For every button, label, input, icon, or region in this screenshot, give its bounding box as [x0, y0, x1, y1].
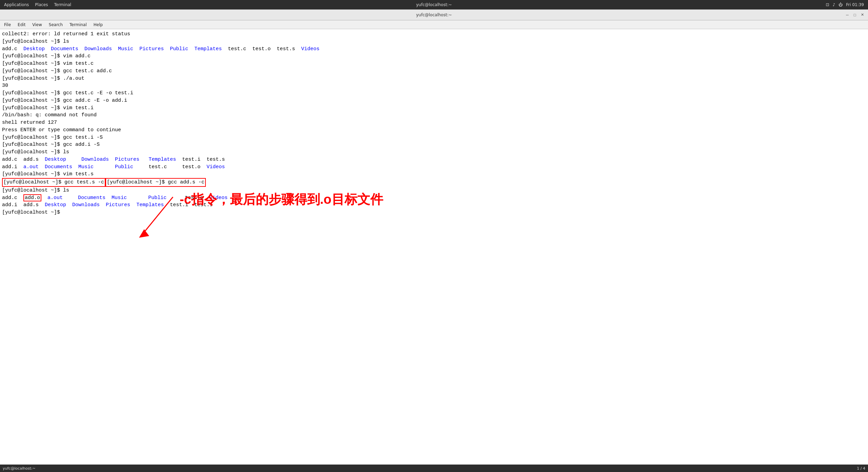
svg-marker-1: [139, 229, 149, 238]
statusbar-page: 1 / 4: [857, 466, 865, 471]
menu-search[interactable]: Search: [46, 22, 65, 28]
terminal-line: [yufc@localhost ~]$ vim add.c: [2, 53, 866, 60]
sound-icon: ♪: [833, 2, 835, 7]
places-menu[interactable]: Places: [35, 2, 48, 7]
menu-edit[interactable]: Edit: [15, 22, 28, 28]
terminal-line: add.c add.o a.out Documents Music Public…: [2, 194, 866, 202]
apps-menu[interactable]: Applications: [4, 2, 29, 7]
terminal-line: add.c add.s Desktop Downloads Pictures T…: [2, 156, 866, 163]
terminal-line: [yufc@localhost ~]$ gcc test.i -S: [2, 134, 866, 141]
terminal-line: shell returned 127: [2, 119, 866, 126]
terminal-line: Press ENTER or type command to continue: [2, 126, 866, 134]
terminal-line: [yufc@localhost ~]$ ls: [2, 187, 866, 194]
terminal-menubar: File Edit View Search Terminal Help: [0, 20, 868, 29]
network-icon: ⊡: [826, 2, 829, 7]
terminal-menu-top[interactable]: Terminal: [54, 2, 71, 7]
terminal-line: [yufc@localhost ~]$ gcc add.c -E -o add.…: [2, 97, 866, 104]
terminal-line: [yufc@localhost ~]$ gcc add.i -S: [2, 141, 866, 149]
terminal-line: [yufc@localhost ~]$: [2, 209, 866, 216]
terminal-line: [yufc@localhost ~]$ gcc test.c add.c: [2, 67, 866, 75]
window-title-top: yufc@localhost:~: [416, 2, 452, 7]
menu-file[interactable]: File: [1, 22, 14, 28]
system-bar-apps[interactable]: Applications Places Terminal: [4, 2, 71, 7]
terminal-line: add.i a.out Documents Music Public test.…: [2, 163, 866, 171]
system-bar: Applications Places Terminal yufc@localh…: [0, 0, 868, 9]
menu-help[interactable]: Help: [91, 22, 105, 28]
power-icon: ⏻: [839, 2, 843, 7]
terminal-content[interactable]: collect2: error: ld returned 1 exit stat…: [0, 29, 868, 465]
terminal-line: collect2: error: ld returned 1 exit stat…: [2, 31, 866, 38]
terminal-line: [yufc@localhost ~]$ vim test.i: [2, 104, 866, 112]
terminal-line: add.c Desktop Documents Downloads Music …: [2, 45, 866, 53]
terminal-line: [yufc@localhost ~]$ gcc add.s -c: [105, 178, 206, 187]
statusbar-label: yufc@localhost:~: [3, 466, 36, 471]
terminal-window: yufc@localhost:~ ─ □ ✕ File Edit View Se…: [0, 9, 868, 472]
time-display: Fri 01:39: [846, 2, 864, 7]
terminal-line: /bin/bash: q: command not found: [2, 112, 866, 119]
maximize-button[interactable]: □: [852, 12, 858, 18]
close-button[interactable]: ✕: [859, 12, 865, 18]
minimize-button[interactable]: ─: [844, 12, 850, 18]
menu-view[interactable]: View: [29, 22, 44, 28]
menu-terminal[interactable]: Terminal: [67, 22, 90, 28]
terminal-line: [yufc@localhost ~]$ ./a.out: [2, 75, 866, 82]
terminal-line: 30: [2, 82, 866, 90]
terminal-line: [yufc@localhost ~]$ vim test.s: [2, 171, 866, 178]
terminal-line: [yufc@localhost ~]$ ls: [2, 149, 866, 156]
terminal-titlebar: yufc@localhost:~ ─ □ ✕: [0, 9, 868, 20]
terminal-line: [yufc@localhost ~]$ gcc test.c -E -o tes…: [2, 90, 866, 97]
terminal-line: [yufc@localhost ~]$ ls: [2, 38, 866, 45]
system-bar-right: ⊡ ♪ ⏻ Fri 01:39: [826, 2, 864, 7]
terminal-title: yufc@localhost:~: [416, 13, 452, 17]
terminal-line: [yufc@localhost ~]$ vim test.c: [2, 60, 866, 67]
terminal-statusbar: yufc@localhost:~ 1 / 4: [0, 465, 868, 472]
titlebar-controls[interactable]: ─ □ ✕: [844, 12, 865, 18]
terminal-line: [yufc@localhost ~]$ gcc test.s -c: [2, 178, 105, 187]
terminal-line: add.i add.s Desktop Downloads Pictures T…: [2, 201, 866, 209]
